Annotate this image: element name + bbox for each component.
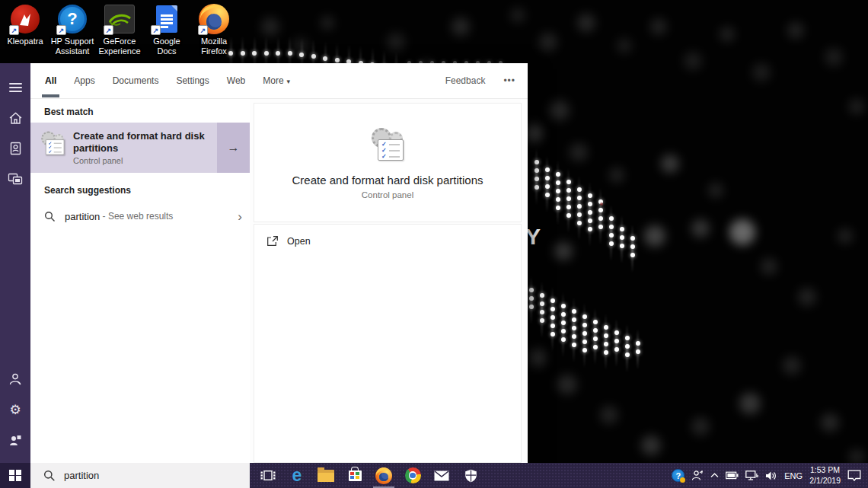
settings-button[interactable]: ⚙ xyxy=(0,394,30,425)
tab-settings[interactable]: Settings xyxy=(175,64,209,97)
taskbar-search-box[interactable] xyxy=(30,463,250,488)
apps-icon xyxy=(8,173,23,186)
results-column: Best match ✓ ✓ ✓ xyxy=(30,99,250,463)
expand-result-button[interactable]: → xyxy=(217,123,250,173)
suggestion-query: partition xyxy=(65,211,100,222)
desktop-icon-grid: ↗ Kleopatra ? ↗ HP Support Assistant ↗ G… xyxy=(2,3,238,56)
home-button[interactable] xyxy=(0,103,30,133)
hp-support-tray-button[interactable]: ? xyxy=(672,469,685,482)
suggestion-hint: - See web results xyxy=(100,211,173,222)
chevron-up-icon xyxy=(710,473,719,478)
volume-button[interactable] xyxy=(765,470,777,481)
store-icon xyxy=(349,470,362,481)
defender-button[interactable] xyxy=(456,463,485,488)
edge-icon: e xyxy=(292,467,302,484)
mail-button[interactable] xyxy=(427,463,456,488)
task-view-button[interactable] xyxy=(254,463,282,488)
start-rail: ⚙ xyxy=(0,63,30,463)
people-icon xyxy=(691,470,704,481)
firefox-button[interactable] xyxy=(369,463,398,488)
windows-logo-icon xyxy=(9,470,21,482)
show-hidden-icons-button[interactable] xyxy=(710,473,719,478)
open-label: Open xyxy=(287,236,311,247)
user-picture-button[interactable] xyxy=(0,425,30,455)
account-button[interactable] xyxy=(0,364,30,394)
desktop-icon-geforce[interactable]: ↗ GeForce Experience xyxy=(96,3,143,56)
action-center-button[interactable] xyxy=(847,470,861,482)
search-icon xyxy=(43,470,56,482)
people-button[interactable] xyxy=(691,470,704,481)
desktop-icon-firefox[interactable]: ↗ Mozilla Firefox xyxy=(190,3,238,56)
detail-column: ✓ ✓ ✓ Create and format hard disk partit… xyxy=(250,99,528,463)
tab-more[interactable]: More▾ xyxy=(262,64,291,97)
mail-icon xyxy=(434,470,449,481)
journal-button[interactable] xyxy=(0,133,30,164)
time: 1:53 PM xyxy=(809,465,841,476)
gear-icon: ⚙ xyxy=(9,403,21,416)
apps-button[interactable] xyxy=(0,164,30,194)
chrome-icon xyxy=(405,467,421,483)
search-flyout-window: ⚙ All Apps Documents Settings Web More▾ … xyxy=(0,63,528,463)
hp-support-icon: ? xyxy=(672,469,685,482)
file-explorer-button[interactable] xyxy=(311,463,340,488)
desktop-icon-google-docs[interactable]: ↗ Google Docs xyxy=(143,3,190,56)
shortcut-arrow-icon: ↗ xyxy=(104,25,113,35)
detail-card: ✓ ✓ ✓ Create and format hard disk partit… xyxy=(254,103,522,222)
task-view-icon xyxy=(260,469,276,482)
shortcut-arrow-icon: ↗ xyxy=(151,25,161,35)
geforce-icon: ↗ xyxy=(104,3,136,35)
search-suggestion-item[interactable]: partition - See web results › xyxy=(30,201,250,231)
tab-web[interactable]: Web xyxy=(226,64,246,97)
open-action[interactable]: Open xyxy=(254,225,521,257)
google-docs-icon: ↗ xyxy=(151,3,183,35)
language-indicator[interactable]: ENG xyxy=(784,471,803,480)
shortcut-arrow-icon: ↗ xyxy=(198,25,208,35)
best-match-header: Best match xyxy=(44,107,250,117)
open-icon xyxy=(266,235,279,247)
disk-management-icon: ✓ ✓ ✓ xyxy=(40,130,65,165)
hamburger-icon xyxy=(9,83,22,92)
kleopatra-icon: ↗ xyxy=(9,3,41,35)
chevron-down-icon: ▾ xyxy=(287,78,291,85)
battery-button[interactable] xyxy=(726,471,739,480)
account-icon xyxy=(8,372,22,386)
system-tray: ? ENG 1:53 PM 2/1/2019 xyxy=(672,465,868,486)
file-explorer-icon xyxy=(318,470,334,482)
best-match-result[interactable]: ✓ ✓ ✓ Create and format hard disk partit… xyxy=(30,123,250,173)
hp-support-icon: ? ↗ xyxy=(56,3,88,35)
detail-title: Create and format hard disk partitions xyxy=(292,174,483,187)
tab-documents[interactable]: Documents xyxy=(112,64,160,97)
tab-apps[interactable]: Apps xyxy=(73,64,95,97)
tab-all[interactable]: All xyxy=(44,64,57,97)
best-match-subtitle: Control panel xyxy=(73,156,214,165)
shortcut-arrow-icon: ↗ xyxy=(9,25,19,35)
microsoft-store-button[interactable] xyxy=(340,463,369,488)
start-button[interactable] xyxy=(0,463,30,488)
detail-subtitle: Control panel xyxy=(362,190,413,199)
chevron-right-icon: › xyxy=(238,210,242,223)
firefox-icon: ↗ xyxy=(198,3,230,35)
shortcut-arrow-icon: ↗ xyxy=(56,25,66,35)
defender-shield-icon xyxy=(464,469,477,483)
taskbar-app-icons: e xyxy=(254,463,485,488)
disk-management-icon-large: ✓ ✓ ✓ xyxy=(369,126,406,163)
action-center-icon xyxy=(847,470,861,482)
feedback-link[interactable]: Feedback xyxy=(445,75,486,86)
search-suggestions-header: Search suggestions xyxy=(44,185,250,196)
search-window-body: All Apps Documents Settings Web More▾ Fe… xyxy=(30,63,528,463)
overflow-menu-button[interactable]: ••• xyxy=(503,75,515,86)
desktop: Y ↗ Kleopatra ? ↗ HP Support Assistant xyxy=(0,0,868,488)
firefox-icon xyxy=(375,467,392,484)
network-button[interactable] xyxy=(745,470,758,480)
edge-button[interactable]: e xyxy=(282,463,311,488)
wallpaper-letter: Y xyxy=(525,224,541,250)
search-input[interactable] xyxy=(64,470,216,481)
chrome-button[interactable] xyxy=(398,463,427,488)
best-match-title: Create and format hard disk partitions xyxy=(73,130,214,155)
hamburger-menu-button[interactable] xyxy=(0,72,30,103)
actions-card: Open xyxy=(254,224,522,463)
taskbar: e ? xyxy=(0,463,868,488)
desktop-icon-hp-support[interactable]: ? ↗ HP Support Assistant xyxy=(49,3,96,56)
desktop-icon-kleopatra[interactable]: ↗ Kleopatra xyxy=(2,3,49,56)
clock[interactable]: 1:53 PM 2/1/2019 xyxy=(809,465,841,486)
